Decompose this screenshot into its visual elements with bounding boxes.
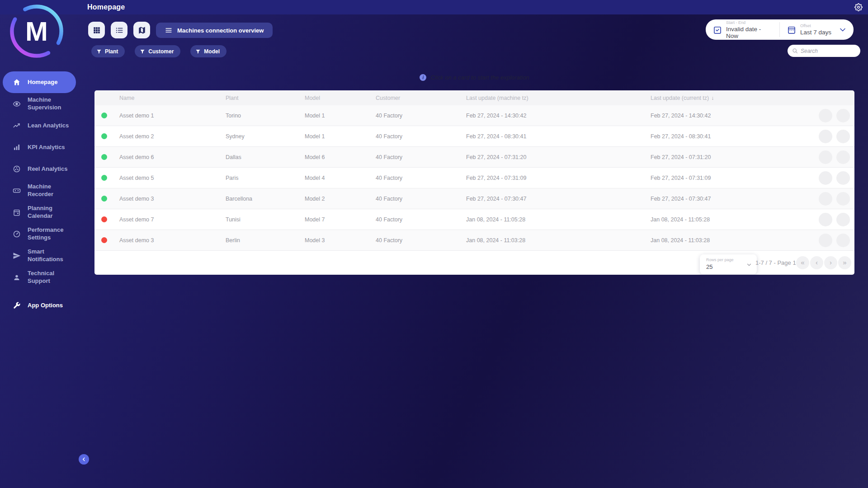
sidebar-collapse-button[interactable] bbox=[79, 454, 89, 465]
view-toggle-group bbox=[88, 22, 150, 38]
cell-customer: 40 Factory bbox=[370, 237, 460, 244]
column-header-customer[interactable]: Customer bbox=[370, 95, 460, 101]
filter-chip-model[interactable]: Model bbox=[190, 45, 226, 57]
list-view-button[interactable] bbox=[111, 22, 127, 38]
cell-model: Model 3 bbox=[299, 237, 370, 244]
trend-icon bbox=[840, 154, 847, 160]
sidebar-item-planning-calendar[interactable]: Planning Calendar bbox=[3, 202, 76, 223]
machine-trend-button[interactable] bbox=[836, 234, 850, 247]
filter-chip-plant[interactable]: Plant bbox=[91, 45, 125, 57]
cell-last-update-machine: Jan 08, 2024 - 11:03:28 bbox=[460, 237, 645, 244]
cell-name: Asset demo 5 bbox=[113, 175, 220, 181]
machines-table: Name Plant Model Customer Last update (m… bbox=[94, 90, 854, 275]
column-header-model[interactable]: Model bbox=[299, 95, 370, 101]
table-row[interactable]: Asset demo 3 Barcellona Model 2 40 Facto… bbox=[94, 188, 854, 209]
search-input[interactable] bbox=[801, 48, 856, 54]
table-row[interactable]: Asset demo 3 Berlin Model 3 40 Factory J… bbox=[94, 230, 854, 251]
machine-trend-button[interactable] bbox=[836, 130, 850, 143]
date-range-picker: Start - End Invalid date - Now Offset La… bbox=[706, 19, 854, 40]
column-header-name[interactable]: Name bbox=[113, 95, 220, 101]
cell-last-update-machine: Feb 27, 2024 - 07:31:20 bbox=[460, 154, 645, 160]
sidebar-item-smart-notifications[interactable]: Smart Notifications bbox=[3, 245, 76, 267]
machine-trend-button[interactable] bbox=[836, 150, 850, 164]
info-banner: i Click on a card to start the explorati… bbox=[94, 73, 854, 82]
cell-last-update-current: Feb 27, 2024 - 14:30:42 bbox=[645, 113, 798, 119]
cell-customer: 40 Factory bbox=[370, 175, 460, 181]
open-machine-button[interactable] bbox=[819, 213, 832, 226]
last-page-button[interactable]: » bbox=[838, 256, 851, 269]
machine-trend-button[interactable] bbox=[836, 192, 850, 206]
sidebar-item-kpi-analytics[interactable]: KPI Analytics bbox=[3, 136, 76, 158]
filter-funnel-icon bbox=[195, 49, 201, 54]
sidebar-item-homepage[interactable]: Homepage bbox=[3, 71, 76, 93]
pagination-nav: «‹›» bbox=[796, 251, 851, 275]
rows-per-page-label: Rows per page bbox=[706, 258, 752, 262]
cell-last-update-machine: Feb 27, 2024 - 14:30:42 bbox=[460, 113, 645, 119]
open-machine-button[interactable] bbox=[819, 130, 832, 143]
cell-model: Model 2 bbox=[299, 196, 370, 202]
filter-chip-customer[interactable]: Customer bbox=[135, 45, 180, 57]
cell-last-update-machine: Feb 27, 2024 - 07:31:09 bbox=[460, 175, 645, 181]
cell-plant: Paris bbox=[220, 175, 299, 181]
previous-page-button[interactable]: ‹ bbox=[810, 256, 823, 269]
cell-last-update-current: Feb 27, 2024 - 07:31:09 bbox=[645, 175, 798, 181]
first-page-button[interactable]: « bbox=[796, 256, 809, 269]
start-end-field[interactable]: Start - End Invalid date - Now bbox=[706, 19, 779, 40]
open-machine-button[interactable] bbox=[819, 192, 832, 206]
wrench-icon bbox=[13, 301, 21, 310]
cell-name: Asset demo 1 bbox=[113, 113, 220, 119]
settings-gear-icon[interactable] bbox=[854, 3, 863, 11]
sidebar-item-performance-settings[interactable]: Performance Settings bbox=[3, 223, 76, 245]
info-icon: i bbox=[420, 74, 426, 81]
reel-icon bbox=[13, 165, 21, 173]
next-page-button[interactable]: › bbox=[824, 256, 837, 269]
sidebar-item-technical-support[interactable]: Technical Support bbox=[3, 267, 76, 288]
machine-trend-button[interactable] bbox=[836, 109, 850, 122]
grid-view-button[interactable] bbox=[88, 22, 105, 38]
rows-per-page-select[interactable]: Rows per page 25 bbox=[700, 254, 757, 274]
cell-model: Model 1 bbox=[299, 133, 370, 140]
pagination-bar: Rows per page 25 1-7 / 7 - Page 1 of 1 «… bbox=[94, 251, 854, 275]
chevron-down-icon bbox=[838, 25, 847, 34]
cell-last-update-current: Jan 08, 2024 - 11:05:28 bbox=[645, 216, 798, 223]
table-row[interactable]: Asset demo 7 Tunisi Model 7 40 Factory J… bbox=[94, 209, 854, 230]
cell-customer: 40 Factory bbox=[370, 196, 460, 202]
open-machine-button[interactable] bbox=[819, 234, 832, 247]
sidebar-item-machine-supervision[interactable]: Machine Supervision bbox=[3, 93, 76, 115]
status-dot-online bbox=[101, 133, 107, 139]
column-header-last-update-machine[interactable]: Last update (machine tz) bbox=[460, 95, 645, 101]
offset-field[interactable]: Offset Last 7 days bbox=[780, 19, 854, 40]
machine-trend-button[interactable] bbox=[836, 213, 850, 226]
cell-name: Asset demo 3 bbox=[113, 196, 220, 202]
table-row[interactable]: Asset demo 1 Torino Model 1 40 Factory F… bbox=[94, 105, 854, 126]
trend-icon bbox=[840, 133, 847, 140]
cell-plant: Dallas bbox=[220, 154, 299, 160]
open-machine-button[interactable] bbox=[819, 150, 832, 164]
sidebar-item-reel-analytics[interactable]: Reel Analytics bbox=[3, 158, 76, 180]
trend-icon bbox=[13, 122, 21, 130]
machine-trend-button[interactable] bbox=[836, 171, 850, 185]
filter-chip-group: PlantCustomerModel bbox=[91, 45, 226, 57]
table-row[interactable]: Asset demo 6 Dallas Model 6 40 Factory F… bbox=[94, 147, 854, 168]
status-dot-online bbox=[101, 154, 107, 160]
map-view-button[interactable] bbox=[133, 22, 150, 38]
open-machine-button[interactable] bbox=[819, 109, 832, 122]
sidebar-item-machine-recorder[interactable]: Machine Recorder bbox=[3, 180, 76, 202]
rows-per-page-value: 25 bbox=[706, 263, 752, 270]
cell-customer: 40 Factory bbox=[370, 216, 460, 223]
machines-connection-overview-button[interactable]: Machines connection overview bbox=[156, 23, 273, 38]
open-machine-button[interactable] bbox=[819, 171, 832, 185]
cell-customer: 40 Factory bbox=[370, 113, 460, 119]
table-row[interactable]: Asset demo 5 Paris Model 4 40 Factory Fe… bbox=[94, 168, 854, 188]
cell-last-update-current: Jan 08, 2024 - 11:03:28 bbox=[645, 237, 798, 244]
external-link-icon bbox=[822, 112, 829, 119]
column-header-plant[interactable]: Plant bbox=[220, 95, 299, 101]
column-header-last-update-current[interactable]: Last update (current tz) ↓ bbox=[645, 95, 798, 101]
table-row[interactable]: Asset demo 2 Sydney Model 1 40 Factory F… bbox=[94, 126, 854, 147]
external-link-icon bbox=[822, 133, 829, 140]
sidebar-item-app-options[interactable]: App Options bbox=[3, 295, 76, 316]
calendar-days-icon bbox=[787, 25, 796, 34]
cell-name: Asset demo 7 bbox=[113, 216, 220, 223]
sidebar-item-lean-analytics[interactable]: Lean Analytics bbox=[3, 115, 76, 136]
offset-label: Offset bbox=[800, 23, 831, 28]
